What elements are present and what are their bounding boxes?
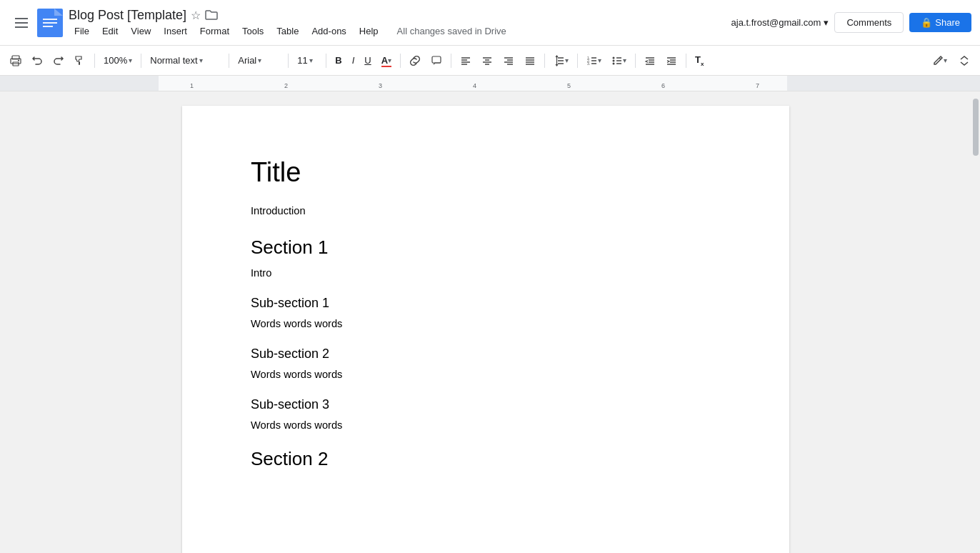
- style-dropdown[interactable]: Normal text ▾: [146, 53, 224, 68]
- menu-insert[interactable]: Insert: [158, 24, 193, 38]
- star-icon[interactable]: ☆: [191, 9, 201, 22]
- align-center-button[interactable]: [477, 52, 497, 69]
- redo-button[interactable]: [49, 52, 69, 69]
- title-area: Blog Post [Template] ☆ File Edit View In…: [69, 8, 506, 38]
- font-value: Arial: [238, 55, 256, 66]
- svg-point-41: [613, 62, 615, 64]
- comment-button[interactable]: [426, 52, 446, 69]
- zoom-value: 100%: [104, 55, 127, 66]
- menu-addons[interactable]: Add-ons: [306, 24, 351, 38]
- docs-logo: [37, 9, 63, 37]
- sep1: [94, 54, 95, 68]
- subsection-2-heading[interactable]: Sub-section 2: [251, 347, 721, 362]
- comment-icon: [431, 55, 442, 66]
- sep6: [400, 54, 401, 68]
- menu-format[interactable]: Format: [194, 24, 235, 38]
- paint-format-icon: [74, 55, 86, 66]
- align-left-button[interactable]: [456, 52, 476, 69]
- text-color-icon: A: [381, 55, 388, 66]
- collapse-toolbar-button[interactable]: [954, 52, 974, 69]
- menu-edit[interactable]: Edit: [96, 24, 124, 38]
- svg-rect-10: [432, 56, 441, 63]
- clear-format-button[interactable]: Tx: [691, 51, 708, 70]
- decrease-indent-button[interactable]: [640, 52, 660, 69]
- align-justify-icon: [524, 55, 536, 66]
- lock-icon: 🔒: [921, 17, 932, 28]
- sep7: [451, 54, 451, 68]
- menu-view[interactable]: View: [125, 24, 156, 38]
- bullet-list-icon: [611, 55, 623, 66]
- align-center-icon: [481, 55, 493, 66]
- section-1-heading[interactable]: Section 1: [251, 236, 721, 259]
- sep11: [686, 54, 686, 68]
- font-chevron: ▾: [258, 56, 261, 64]
- save-status: All changes saved in Drive: [397, 26, 506, 36]
- user-email[interactable]: aja.t.frost@gmail.com ▾: [731, 17, 829, 28]
- hamburger-menu[interactable]: [9, 10, 34, 36]
- pen-chevron: ▾: [944, 56, 947, 64]
- font-size-dropdown[interactable]: 11 ▾: [293, 53, 321, 68]
- sep8: [544, 54, 545, 68]
- ruler-tick-6: 6: [661, 82, 665, 89]
- collapse-icon: [959, 55, 970, 66]
- bullet-list-button[interactable]: ▾: [607, 52, 631, 69]
- ruler-tick-5: 5: [567, 82, 571, 89]
- increase-indent-button[interactable]: [661, 52, 681, 69]
- top-bar-right: aja.t.frost@gmail.com ▾ Comments 🔒 Share: [731, 12, 971, 33]
- text-color-button[interactable]: A ▾: [377, 52, 396, 69]
- ruler-tick-2: 2: [284, 82, 288, 89]
- link-icon: [409, 55, 421, 66]
- style-value: Normal text: [150, 55, 197, 66]
- menu-help[interactable]: Help: [354, 24, 384, 38]
- menu-file[interactable]: File: [69, 24, 95, 38]
- print-button[interactable]: [6, 52, 26, 69]
- section-2-heading[interactable]: Section 2: [251, 448, 721, 470]
- sep3: [229, 54, 229, 68]
- subsection-2-body[interactable]: Words words words: [251, 369, 721, 380]
- subsection-1-heading[interactable]: Sub-section 1: [251, 296, 721, 311]
- folder-icon[interactable]: [205, 10, 218, 20]
- link-button[interactable]: [405, 52, 425, 69]
- doc-area[interactable]: Title Introduction Section 1 Intro Sub-s…: [0, 91, 971, 553]
- comments-button[interactable]: Comments: [834, 12, 904, 33]
- scrollbar-track[interactable]: [971, 91, 980, 553]
- zoom-dropdown[interactable]: 100% ▾: [99, 53, 136, 68]
- svg-text:3.: 3.: [587, 61, 590, 66]
- subsection-3-heading[interactable]: Sub-section 3: [251, 397, 721, 412]
- sep9: [577, 54, 578, 68]
- pen-icon: [932, 55, 944, 66]
- align-justify-button[interactable]: [520, 52, 540, 69]
- top-bar: Blog Post [Template] ☆ File Edit View In…: [0, 0, 980, 46]
- ruler-left-margin: [0, 76, 159, 91]
- zoom-chevron: ▾: [129, 56, 132, 64]
- font-dropdown[interactable]: Arial ▾: [234, 53, 284, 68]
- document-intro[interactable]: Introduction: [251, 205, 721, 216]
- section-1-body[interactable]: Intro: [251, 267, 721, 279]
- bullet-list-chevron: ▾: [623, 56, 626, 64]
- sep5: [326, 54, 326, 68]
- numbered-list-button[interactable]: 1.2.3. ▾: [582, 52, 606, 69]
- svg-point-37: [613, 56, 615, 59]
- align-right-button[interactable]: [499, 52, 519, 69]
- page[interactable]: Title Introduction Section 1 Intro Sub-s…: [182, 106, 789, 553]
- svg-rect-2: [43, 19, 57, 20]
- doc-title[interactable]: Blog Post [Template]: [69, 8, 186, 23]
- line-spacing-button[interactable]: ▾: [549, 52, 573, 69]
- svg-rect-3: [43, 22, 57, 24]
- share-button[interactable]: 🔒 Share: [909, 13, 971, 32]
- undo-button[interactable]: [27, 52, 47, 69]
- subsection-1-body[interactable]: Words words words: [251, 318, 721, 329]
- align-left-icon: [460, 55, 471, 66]
- italic-button[interactable]: I: [348, 52, 359, 69]
- menu-table[interactable]: Table: [271, 24, 304, 38]
- document-title[interactable]: Title: [251, 157, 721, 188]
- paint-format-button[interactable]: [70, 52, 90, 69]
- bold-button[interactable]: B: [331, 52, 346, 69]
- subsection-3-body[interactable]: Words words words: [251, 419, 721, 431]
- menu-tools[interactable]: Tools: [236, 24, 269, 38]
- style-chevron: ▾: [199, 56, 203, 64]
- underline-button[interactable]: U: [360, 52, 375, 69]
- scrollbar-thumb[interactable]: [973, 99, 979, 156]
- print-icon: [10, 55, 21, 66]
- pen-button[interactable]: ▾: [928, 52, 951, 69]
